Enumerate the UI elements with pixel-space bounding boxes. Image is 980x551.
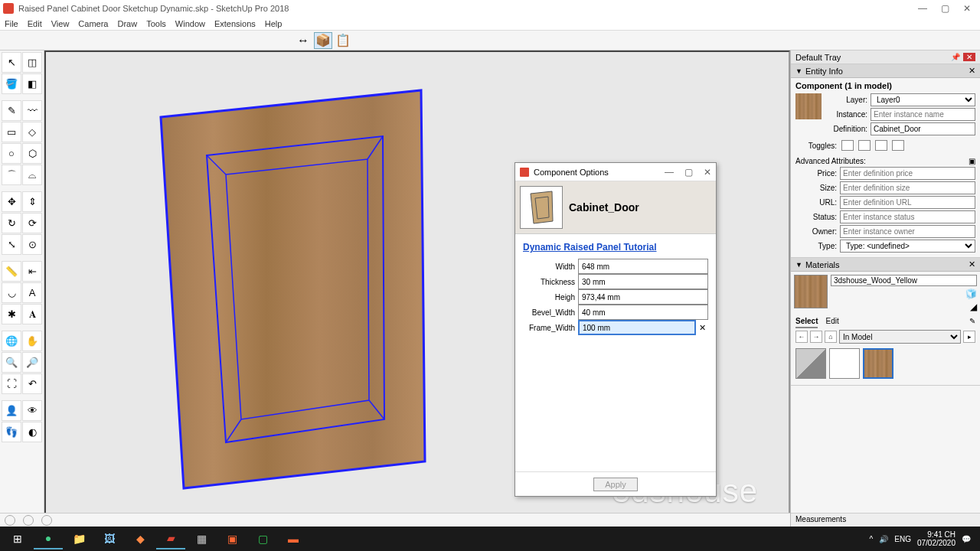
material-scope-select[interactable]: In Model [839, 330, 961, 344]
price-input[interactable] [840, 167, 975, 180]
toggle-shadow-icon[interactable] [875, 140, 887, 151]
menu-help[interactable]: Help [265, 19, 283, 28]
paint-tool-icon[interactable]: 🪣 [2, 73, 21, 94]
position-camera-icon[interactable]: 👤 [2, 400, 21, 421]
param-bevel-input[interactable] [578, 305, 708, 320]
dimension-tool-icon[interactable]: ⇤ [22, 261, 42, 282]
menu-extensions[interactable]: Extensions [214, 19, 256, 28]
url-input[interactable] [840, 196, 975, 209]
arc-tool-icon[interactable]: ⌒ [2, 165, 21, 185]
freehand-tool-icon[interactable]: 〰 [22, 100, 42, 121]
cabinet-door-model[interactable] [153, 86, 429, 492]
line-tool-icon[interactable]: ✎ [2, 100, 21, 121]
current-material-swatch[interactable] [794, 275, 828, 308]
circle-tool-icon[interactable]: ○ [2, 143, 21, 164]
zoom-window-icon[interactable]: 🔎 [22, 352, 42, 373]
tray-date[interactable]: 07/02/2020 [917, 539, 956, 547]
maximize-button[interactable]: ▢ [941, 3, 949, 14]
tray-lang[interactable]: ENG [894, 535, 911, 543]
owner-input[interactable] [840, 225, 975, 238]
status-user-icon[interactable] [41, 515, 52, 526]
taskbar-explorer[interactable]: 📁 [64, 528, 93, 549]
viewport[interactable]: 3dshouse Component Options — ▢ ✕ Cabinet… [44, 51, 790, 527]
size-input[interactable] [840, 181, 975, 194]
zoom-tool-icon[interactable]: 🔍 [2, 352, 21, 373]
eyedropper-icon[interactable]: ✎ [969, 317, 975, 328]
param-width-input[interactable] [578, 259, 708, 274]
menu-file[interactable]: File [5, 19, 18, 28]
menu-edit[interactable]: Edit [28, 19, 42, 28]
look-around-icon[interactable]: 👁 [22, 400, 42, 421]
nav-fwd-icon[interactable]: → [810, 331, 822, 343]
tab-select[interactable]: Select [795, 317, 818, 328]
param-heigh-input[interactable] [578, 289, 708, 305]
zoom-extents-icon[interactable]: ⛶ [2, 373, 21, 394]
taskbar-sketchup[interactable]: ▰ [156, 528, 185, 549]
component-attributes-icon[interactable]: 📋 [334, 32, 352, 49]
apply-button[interactable]: Apply [593, 478, 638, 491]
rotated-rect-icon[interactable]: ◇ [22, 122, 42, 142]
material-default[interactable] [795, 348, 826, 379]
type-select[interactable]: Type: <undefined> [840, 240, 975, 253]
toggle-visible-icon[interactable] [841, 140, 854, 151]
collapse-icon[interactable]: ▼ [795, 261, 802, 269]
create-material-icon[interactable]: 🧊 [965, 289, 977, 299]
polygon-tool-icon[interactable]: ⬡ [22, 143, 42, 164]
section-tool-icon[interactable]: ◐ [22, 422, 42, 442]
status-input[interactable] [840, 210, 975, 223]
param-frame-input[interactable] [578, 320, 696, 335]
toggle-cast-icon[interactable] [892, 140, 904, 151]
component-options-icon[interactable]: 📦 [314, 32, 332, 49]
dialog-maximize-icon[interactable]: ▢ [684, 167, 693, 178]
rectangle-tool-icon[interactable]: ▭ [2, 122, 21, 142]
definition-input[interactable] [871, 122, 975, 135]
tray-volume-icon[interactable]: 🔊 [879, 535, 888, 543]
pan-tool-icon[interactable]: ✋ [22, 331, 42, 351]
text-tool-icon[interactable]: A [22, 282, 42, 303]
dialog-minimize-icon[interactable]: — [665, 167, 674, 178]
param-thickness-input[interactable] [578, 274, 708, 289]
menu-draw[interactable]: Draw [117, 19, 137, 28]
tray-pin-icon[interactable]: 📌 [951, 53, 960, 61]
collapse-icon[interactable]: ▼ [795, 67, 802, 75]
tray-expand-icon[interactable]: ^ [870, 535, 874, 543]
adv-control-icon[interactable]: ▣ [969, 157, 975, 165]
arc2-tool-icon[interactable]: ⌓ [22, 165, 42, 185]
interact-tool-icon[interactable]: ↔ [294, 32, 312, 49]
home-icon[interactable]: ⌂ [825, 331, 837, 343]
status-info-icon[interactable] [23, 515, 34, 526]
taskbar-app5[interactable]: ▬ [279, 528, 308, 549]
select-tool-icon[interactable]: ↖ [2, 52, 21, 73]
panel-close-icon[interactable]: ✕ [969, 259, 975, 269]
rotate-tool-icon[interactable]: ↻ [2, 213, 21, 233]
scale-tool-icon[interactable]: ⤡ [2, 234, 21, 255]
layer-select[interactable]: Layer0 [871, 93, 975, 106]
tray-close-icon[interactable]: ✕ [963, 53, 975, 61]
eraser-tool-icon[interactable]: ◫ [22, 52, 42, 73]
3dtext-tool-icon[interactable]: 𝐀 [22, 304, 42, 324]
walk-tool-icon[interactable]: 👣 [2, 422, 21, 442]
default-material-icon[interactable]: ◢ [970, 302, 977, 312]
taskbar-app1[interactable]: ◆ [126, 528, 155, 549]
clear-input-icon[interactable]: ✕ [696, 323, 708, 333]
tape-tool-icon[interactable]: 📏 [2, 261, 21, 282]
menu-window[interactable]: Window [175, 19, 205, 28]
material-name-input[interactable] [831, 275, 977, 286]
close-button[interactable]: ✕ [963, 3, 971, 14]
offset-tool-icon[interactable]: ⊙ [22, 234, 42, 255]
taskbar-chrome[interactable]: ● [34, 528, 63, 549]
previous-view-icon[interactable]: ↶ [22, 373, 42, 394]
status-help-icon[interactable] [5, 515, 15, 526]
start-button[interactable]: ⊞ [3, 528, 32, 549]
menu-camera[interactable]: Camera [78, 19, 108, 28]
menu-tools[interactable]: Tools [146, 19, 166, 28]
taskbar-app3[interactable]: ▣ [217, 528, 247, 549]
instance-input[interactable] [871, 108, 975, 121]
dialog-close-icon[interactable]: ✕ [704, 167, 711, 178]
material-blank[interactable] [829, 348, 860, 379]
panel-close-icon[interactable]: ✕ [969, 66, 975, 76]
menu-view[interactable]: View [51, 19, 70, 28]
eraser2-icon[interactable]: ◧ [22, 73, 42, 94]
pushpull-tool-icon[interactable]: ⇕ [22, 191, 42, 212]
axes-tool-icon[interactable]: ✱ [2, 304, 21, 324]
